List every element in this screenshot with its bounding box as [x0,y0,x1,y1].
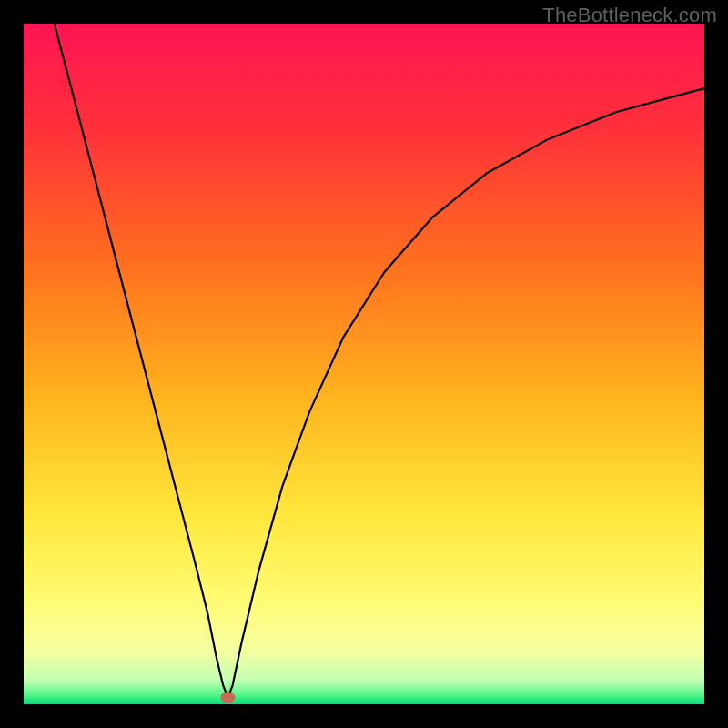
plot-area [24,24,704,704]
gradient-bg [24,24,704,704]
figure-root: TheBottleneck.com [0,0,728,728]
vertex-marker [220,692,235,703]
chart-svg [24,24,704,704]
